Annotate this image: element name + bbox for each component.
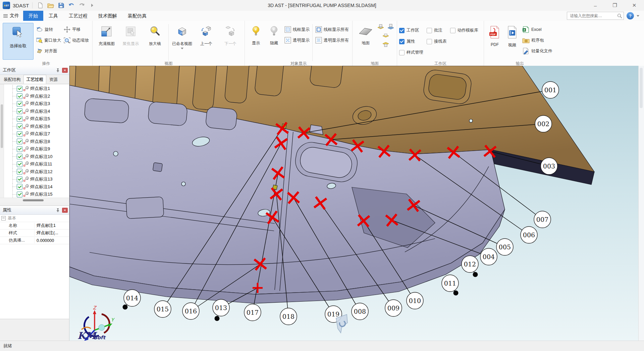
tree-item-checkbox[interactable] (17, 154, 22, 159)
tree-item-checkbox[interactable] (17, 101, 22, 107)
collapse-icon[interactable] (1, 216, 6, 220)
quick-access-more-icon[interactable] (88, 1, 97, 9)
annotation-checkbox[interactable]: 批注 (427, 25, 447, 36)
tree-item-checkbox[interactable] (17, 116, 22, 122)
tab-process-tree[interactable]: 工艺过程 (23, 75, 46, 84)
workspace-close-button[interactable]: ✕ (62, 68, 68, 73)
fit-view-button[interactable]: 充满视图 (95, 22, 119, 60)
tree-item[interactable]: 1焊点标注6 (4, 123, 69, 131)
tree-item-checkbox[interactable] (17, 123, 22, 129)
balloon-008[interactable]: 008 (352, 303, 368, 320)
balloon-005[interactable]: 005 (496, 239, 513, 255)
tree-item[interactable]: 1焊点标注1 (4, 85, 69, 93)
search-box[interactable] (567, 12, 624, 20)
tree-horizontal-scrollbar[interactable] (0, 198, 69, 203)
pin-icon[interactable] (55, 67, 61, 73)
tree-item[interactable]: 1焊点标注5 (4, 115, 69, 123)
file-menu-button[interactable]: 文件 (0, 11, 23, 21)
property-row[interactable]: 仿真播...0.000000 (0, 237, 69, 244)
tab-process[interactable]: 工艺过程 (63, 11, 93, 21)
op-button-0[interactable]: 旋转 (35, 24, 62, 35)
tree-item[interactable]: 1焊点标注12 (4, 168, 69, 176)
tree-item-checkbox[interactable] (17, 161, 22, 167)
3d-viewport[interactable]: 0010020030040050060070080090100110120130… (69, 66, 638, 341)
balloon-002[interactable]: 002 (535, 115, 552, 132)
magnifier-button[interactable]: 放大镜 (143, 22, 167, 60)
tab-assembly-structure[interactable]: 装配结构 (1, 75, 23, 84)
balloon-011[interactable]: 011 (442, 275, 459, 292)
tree-item-checkbox[interactable] (17, 169, 22, 174)
tree-item[interactable]: 1焊点标注8 (4, 138, 69, 146)
cube-under-icon[interactable] (377, 41, 395, 48)
tree-item[interactable]: 1焊点标注3 (4, 100, 69, 108)
ground-button[interactable]: 地面 (355, 22, 377, 60)
balloon-007[interactable]: 007 (534, 211, 551, 228)
tree-item-checkbox[interactable] (17, 93, 22, 99)
property-row[interactable]: 样式焊点标注(... (0, 230, 69, 237)
transparent-display-button[interactable]: 透明显示 (283, 35, 311, 46)
property-row[interactable]: 名称焊点标注1 (0, 222, 69, 230)
op-button-2[interactable]: 对齐面 (35, 46, 62, 56)
tree-item[interactable]: 1焊点标注9 (4, 145, 69, 153)
video-export-button[interactable]: 视频 (503, 22, 521, 60)
balloon-012[interactable]: 012 (462, 256, 478, 272)
named-view-button[interactable]: AB 已命名视图 (170, 22, 194, 60)
tree-item-checkbox[interactable] (17, 108, 22, 114)
tree-item[interactable]: 1焊点标注13 (4, 176, 69, 183)
balloon-016[interactable]: 016 (182, 303, 199, 319)
tree-item[interactable]: 1焊点标注7 (4, 130, 69, 138)
tree-item-checkbox[interactable] (17, 146, 22, 152)
workspace-checkbox[interactable]: 工作区 (399, 25, 423, 36)
balloon-013[interactable]: 013 (213, 299, 229, 316)
balloon-015[interactable]: 015 (154, 301, 171, 317)
wireframe-display-button[interactable]: 线框显示 (283, 24, 311, 35)
save-icon[interactable] (57, 1, 65, 9)
balloon-009[interactable]: 009 (385, 300, 402, 316)
tree-item-checkbox[interactable] (17, 86, 22, 92)
balloon-001[interactable]: 001 (542, 82, 559, 98)
undo-icon[interactable] (67, 1, 76, 9)
help-button[interactable]: ? (627, 12, 634, 19)
close-button[interactable]: ✕ (625, 0, 644, 11)
viewport-canvas[interactable]: 0010020030040050060070080090100110120130… (69, 66, 638, 341)
restore-button[interactable]: ❐ (605, 0, 625, 11)
help-dropdown-caret-icon[interactable] (637, 15, 639, 17)
tree-item-checkbox[interactable] (17, 177, 22, 182)
balloon-017[interactable]: 017 (244, 304, 261, 321)
op-button2-1[interactable]: 动态缩放 (62, 35, 90, 46)
tree-item[interactable]: 1焊点标注15 (4, 191, 69, 198)
tree-item-checkbox[interactable] (17, 139, 22, 144)
balloon-018[interactable]: 018 (280, 308, 297, 325)
show-button[interactable]: 显示 (247, 22, 265, 60)
open-file-icon[interactable] (46, 1, 55, 9)
tree-item[interactable]: 1焊点标注2 (4, 93, 69, 100)
tab-home[interactable]: 开始 (23, 11, 43, 21)
op-button2-0[interactable]: 平移 (62, 24, 90, 35)
tab-tools[interactable]: 工具 (43, 11, 63, 21)
redo-icon[interactable] (77, 1, 86, 9)
tree-item[interactable]: 1焊点标注14 (4, 183, 69, 191)
style-manage-checkbox[interactable]: 样式管理 (399, 47, 423, 58)
tab-resources[interactable]: 资源 (46, 75, 61, 84)
search-input[interactable] (569, 13, 617, 18)
viewport-scrollbar[interactable] (638, 66, 644, 341)
select-pick-button[interactable]: 选择拾取 (3, 23, 34, 60)
transparent-display-all-button[interactable]: 透明显示所有 (314, 35, 350, 46)
action-template-checkbox[interactable]: 动作模板库 (450, 25, 479, 36)
tree-item-checkbox[interactable] (17, 184, 22, 190)
tree-item[interactable]: 1焊点标注11 (4, 160, 69, 168)
properties-section-basic[interactable]: 基本 (0, 215, 69, 222)
properties-checkbox[interactable]: 属性 (399, 36, 423, 47)
pdf-export-button[interactable]: PDF PDF (486, 22, 503, 60)
output-button-0[interactable]: XExcel (521, 24, 554, 35)
prev-view-button[interactable]: 上一个 (194, 22, 218, 60)
tree-item-checkbox[interactable] (17, 131, 22, 137)
output-button-1[interactable]: 程序包 (521, 35, 554, 46)
balloon-006[interactable]: 006 (521, 227, 537, 243)
tab-tech-illustration[interactable]: 技术图解 (93, 11, 122, 21)
properties-close-button[interactable]: ✕ (62, 208, 68, 213)
cube-ground-blue-icon[interactable] (387, 23, 395, 30)
new-file-icon[interactable] (36, 1, 45, 9)
balloon-010[interactable]: 010 (407, 292, 423, 309)
pin-icon[interactable] (55, 207, 61, 213)
